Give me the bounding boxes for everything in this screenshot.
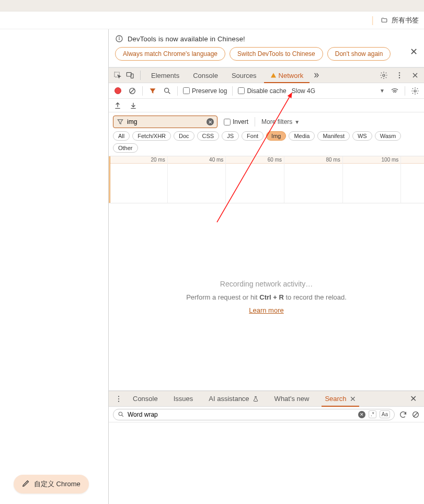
drawer-tab-console[interactable]: Console (125, 391, 165, 406)
filter-funnel-icon (117, 118, 124, 125)
devtools-tabbar: Elements Console Sources Network (109, 67, 424, 83)
search-results-area (109, 422, 424, 504)
separator (142, 86, 143, 96)
search-icon[interactable] (163, 86, 172, 96)
invert-checkbox[interactable]: Invert (224, 118, 248, 125)
record-button[interactable] (113, 86, 122, 96)
settings-icon[interactable] (410, 86, 420, 96)
tab-console[interactable]: Console (187, 68, 224, 83)
type-filter-fetchxhr[interactable]: Fetch/XHR (132, 131, 171, 141)
filter-text-input[interactable] (124, 118, 207, 125)
filter-input[interactable]: ✕ (113, 116, 217, 128)
svg-point-7 (399, 72, 400, 73)
regex-toggle[interactable]: .* (369, 410, 376, 418)
timeline-gridline (167, 156, 168, 203)
pencil-icon (22, 479, 30, 489)
recording-message: Recording network activity… (220, 280, 313, 288)
timeline-tick-label: 40 ms (209, 157, 225, 163)
dont-show-again-button[interactable]: Don't show again (327, 47, 391, 61)
download-icon[interactable] (129, 101, 138, 110)
clear-results-icon[interactable] (411, 410, 420, 419)
svg-point-18 (119, 412, 122, 416)
switch-to-chinese-button[interactable]: Switch DevTools to Chinese (230, 47, 323, 61)
timeline-tick-label: 100 ms (382, 157, 401, 163)
upload-icon[interactable] (113, 101, 122, 110)
refresh-icon[interactable] (399, 410, 407, 419)
drawer-tab-ai[interactable]: AI assistance (201, 391, 266, 406)
type-filter-all[interactable]: All (113, 131, 130, 141)
drawer-tab-issues[interactable]: Issues (166, 391, 201, 406)
type-filter-font[interactable]: Font (242, 131, 263, 141)
invert-label: Invert (233, 118, 248, 125)
tab-elements[interactable]: Elements (145, 68, 186, 83)
drawer-tab-ai-label: AI assistance (209, 395, 249, 403)
customize-chrome-button[interactable]: 自定义 Chrome (14, 475, 89, 494)
drawer-tab-search[interactable]: Search ✕ (317, 391, 363, 406)
throttle-select[interactable]: Slow 4G (292, 87, 315, 95)
timeline-gridline (284, 156, 284, 203)
disable-cache-label: Disable cache (247, 87, 286, 95)
more-filters-button[interactable]: More filters ▼ (261, 118, 300, 125)
language-banner: DevTools is now available in Chinese! Al… (109, 29, 424, 67)
search-input[interactable] (128, 411, 355, 418)
svg-point-15 (118, 396, 119, 397)
network-toolbar: Preserve log Disable cache Slow 4G ▼ (109, 83, 424, 99)
network-conditions-icon[interactable] (390, 86, 399, 96)
page-content-area (0, 29, 108, 504)
close-devtools-icon[interactable] (409, 70, 421, 81)
clear-search-icon[interactable]: ✕ (358, 411, 365, 418)
svg-point-2 (119, 37, 120, 38)
drawer-tab-whatsnew[interactable]: What's new (267, 391, 317, 406)
hint-message: Perform a request or hit Ctrl + R to rec… (186, 293, 347, 301)
svg-point-12 (165, 88, 169, 92)
tab-network[interactable]: Network (264, 68, 310, 83)
always-match-language-button[interactable]: Always match Chrome's language (115, 47, 225, 61)
separator (140, 71, 141, 80)
folder-icon (380, 17, 388, 24)
customize-label: 自定义 Chrome (34, 479, 81, 489)
type-filter-wasm[interactable]: Wasm (375, 131, 402, 141)
chevron-down-icon[interactable]: ▼ (380, 88, 385, 94)
kebab-menu-icon[interactable] (394, 70, 405, 81)
more-filters-label: More filters (261, 118, 292, 125)
type-filter-manifest[interactable]: Manifest (317, 131, 350, 141)
search-icon (118, 411, 124, 418)
case-toggle[interactable]: Aa (380, 410, 390, 418)
close-drawer-icon[interactable]: ✕ (407, 394, 420, 404)
type-filter-other[interactable]: Other (113, 143, 138, 153)
type-filter-ws[interactable]: WS (352, 131, 372, 141)
chevron-down-icon: ▼ (294, 119, 300, 125)
waterfall-timeline[interactable]: 20 ms40 ms60 ms80 ms100 ms (109, 156, 424, 203)
separator (177, 86, 178, 96)
close-icon[interactable]: ✕ (410, 46, 418, 58)
inspect-element-icon[interactable] (112, 70, 123, 81)
disable-cache-checkbox[interactable]: Disable cache (238, 87, 286, 95)
browser-chrome-top (0, 0, 424, 12)
type-filter-img[interactable]: Img (266, 131, 286, 141)
search-toolbar: ✕ .* Aa (109, 407, 424, 422)
tab-sources[interactable]: Sources (225, 68, 263, 83)
learn-more-link[interactable]: Learn more (249, 306, 283, 314)
separator (232, 86, 233, 96)
close-tab-icon[interactable]: ✕ (350, 395, 356, 403)
type-filter-media[interactable]: Media (289, 131, 315, 141)
svg-point-9 (399, 77, 400, 78)
type-filter-doc[interactable]: Doc (174, 131, 194, 141)
svg-point-14 (414, 90, 416, 92)
type-filter-js[interactable]: JS (222, 131, 239, 141)
all-bookmarks-button[interactable]: 所有书签 (392, 16, 419, 25)
search-input-wrap[interactable]: ✕ .* Aa (113, 409, 395, 420)
more-tabs-icon[interactable] (311, 70, 322, 81)
preserve-log-checkbox[interactable]: Preserve log (183, 87, 227, 95)
tab-network-label: Network (279, 72, 304, 79)
device-toggle-icon[interactable] (124, 70, 136, 81)
clear-filter-icon[interactable]: ✕ (207, 118, 214, 125)
clear-icon[interactable] (128, 86, 137, 96)
kebab-menu-icon[interactable] (113, 393, 124, 405)
type-filter-css[interactable]: CSS (197, 131, 220, 141)
filter-icon[interactable] (148, 86, 157, 96)
timeline-tick-label: 80 ms (326, 157, 342, 163)
svg-line-21 (414, 413, 418, 417)
settings-icon[interactable] (378, 70, 389, 81)
svg-line-11 (130, 89, 134, 93)
